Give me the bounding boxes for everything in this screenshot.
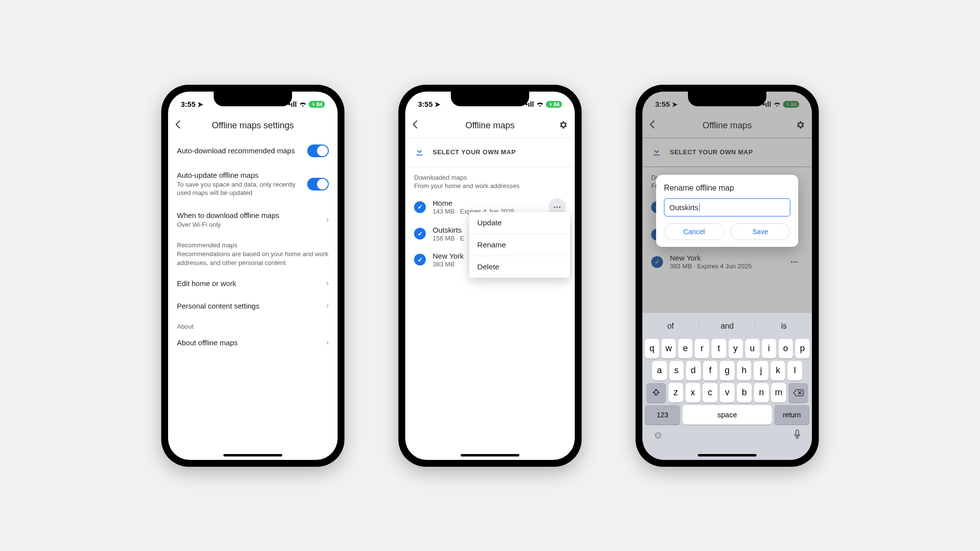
row-about-offline[interactable]: About offline maps ›: [168, 331, 338, 354]
mic-key[interactable]: [793, 430, 801, 442]
ios-keyboard: of and is qwertyuiop asdfghjkl zxcvbnm 1…: [642, 313, 812, 460]
phone-rename-dialog: 3:55 ➤ •ıll 84 Offline maps: [636, 85, 819, 467]
check-icon: ✓: [414, 228, 426, 240]
row-auto-download[interactable]: Auto-download recommended maps: [168, 138, 338, 164]
phone-settings: 3:55 ➤ •ıll 84 Offline maps settings: [161, 85, 344, 467]
nav-bar: Offline maps: [405, 114, 575, 138]
key-u[interactable]: u: [745, 339, 760, 359]
battery-icon: 84: [309, 101, 325, 108]
svg-point-0: [554, 206, 555, 208]
settings-button[interactable]: [551, 120, 571, 132]
emoji-key[interactable]: ☺: [653, 430, 663, 442]
row-label: About offline maps: [177, 338, 320, 347]
key-z[interactable]: z: [668, 383, 683, 403]
key-t[interactable]: t: [711, 339, 726, 359]
key-r[interactable]: r: [695, 339, 709, 359]
section-note-recommended: Recommendations are based on your home a…: [168, 250, 338, 272]
section-header-recommended: Recommended maps: [168, 236, 338, 250]
numbers-key[interactable]: 123: [645, 405, 680, 425]
home-indicator[interactable]: [223, 454, 282, 456]
page-title: Offline maps: [429, 120, 551, 131]
row-when-download[interactable]: When to download offline maps Over Wi-Fi…: [168, 204, 338, 236]
chevron-right-icon: ›: [326, 338, 329, 347]
status-time: 3:55: [418, 100, 433, 108]
rename-value: Outskirts: [669, 203, 698, 212]
notch: [451, 92, 529, 106]
key-g[interactable]: g: [720, 361, 735, 381]
chevron-right-icon: ›: [326, 301, 329, 310]
key-n[interactable]: n: [754, 383, 769, 403]
key-l[interactable]: l: [787, 361, 802, 381]
key-h[interactable]: h: [737, 361, 752, 381]
key-f[interactable]: f: [703, 361, 718, 381]
notch: [214, 92, 292, 106]
back-button[interactable]: [172, 120, 192, 131]
wifi-icon: [299, 100, 307, 108]
key-w[interactable]: w: [662, 339, 676, 359]
page-title: Offline maps settings: [192, 120, 314, 131]
nav-bar: Offline maps settings: [168, 114, 338, 138]
location-icon: ➤: [435, 100, 441, 108]
status-time: 3:55: [181, 100, 196, 108]
chevron-right-icon: ›: [326, 216, 329, 224]
row-label: Personal content settings: [177, 302, 320, 310]
shift-key[interactable]: [646, 383, 666, 403]
key-j[interactable]: j: [754, 361, 768, 381]
location-icon: ➤: [197, 100, 203, 108]
key-i[interactable]: i: [762, 339, 776, 359]
space-key[interactable]: space: [683, 405, 772, 425]
backspace-key[interactable]: [788, 383, 808, 403]
key-v[interactable]: v: [720, 383, 735, 403]
key-e[interactable]: e: [678, 339, 692, 359]
svg-rect-12: [796, 430, 798, 435]
key-b[interactable]: b: [737, 383, 752, 403]
suggestion[interactable]: and: [699, 322, 756, 331]
row-auto-update[interactable]: Auto-update offline maps To save you spa…: [168, 164, 338, 204]
row-sub: Over Wi-Fi only: [177, 220, 320, 229]
row-label: Auto-update offline maps: [177, 171, 301, 179]
key-o[interactable]: o: [779, 339, 793, 359]
rename-input[interactable]: Outskirts: [664, 198, 790, 216]
row-select-own-map[interactable]: SELECT YOUR OWN MAP: [405, 138, 575, 167]
key-y[interactable]: y: [729, 339, 743, 359]
map-name: Home: [433, 199, 541, 207]
check-icon: ✓: [414, 254, 426, 265]
key-p[interactable]: p: [795, 339, 809, 359]
row-edit-home-work[interactable]: Edit home or work ›: [168, 272, 338, 294]
menu-update[interactable]: Update: [469, 212, 570, 234]
key-c[interactable]: c: [703, 383, 717, 403]
row-personal-content[interactable]: Personal content settings ›: [168, 294, 338, 317]
back-button[interactable]: [409, 120, 429, 131]
key-a[interactable]: a: [652, 361, 667, 381]
dialog-title: Rename offline map: [664, 184, 790, 192]
check-icon: ✓: [414, 201, 426, 213]
key-m[interactable]: m: [771, 383, 786, 403]
battery-icon: 84: [546, 101, 562, 108]
menu-rename[interactable]: Rename: [469, 234, 570, 256]
return-key[interactable]: return: [774, 405, 809, 425]
row-sub: To save you space and data, only recentl…: [177, 180, 301, 197]
wifi-icon: [536, 100, 544, 108]
notch: [688, 92, 766, 106]
suggestion[interactable]: is: [756, 322, 812, 331]
key-q[interactable]: q: [645, 339, 659, 359]
select-own-label: SELECT YOUR OWN MAP: [433, 148, 516, 156]
key-x[interactable]: x: [686, 383, 700, 403]
home-indicator[interactable]: [461, 454, 519, 456]
toggle-auto-download[interactable]: [307, 144, 329, 157]
row-label: When to download offline maps: [177, 211, 320, 219]
suggestion[interactable]: of: [642, 322, 699, 331]
home-indicator[interactable]: [698, 454, 757, 456]
chevron-right-icon: ›: [326, 279, 329, 287]
keyboard-suggestions: of and is: [642, 316, 812, 336]
toggle-auto-update[interactable]: [307, 178, 329, 191]
row-label: Edit home or work: [177, 279, 320, 287]
section-header-about: About: [168, 317, 338, 331]
key-k[interactable]: k: [771, 361, 785, 381]
key-s[interactable]: s: [669, 361, 684, 381]
rename-dialog: Rename offline map Outskirts Cancel Save: [656, 175, 798, 247]
cancel-button[interactable]: Cancel: [664, 223, 724, 240]
menu-delete[interactable]: Delete: [469, 256, 570, 278]
key-d[interactable]: d: [686, 361, 701, 381]
save-button[interactable]: Save: [730, 223, 790, 240]
